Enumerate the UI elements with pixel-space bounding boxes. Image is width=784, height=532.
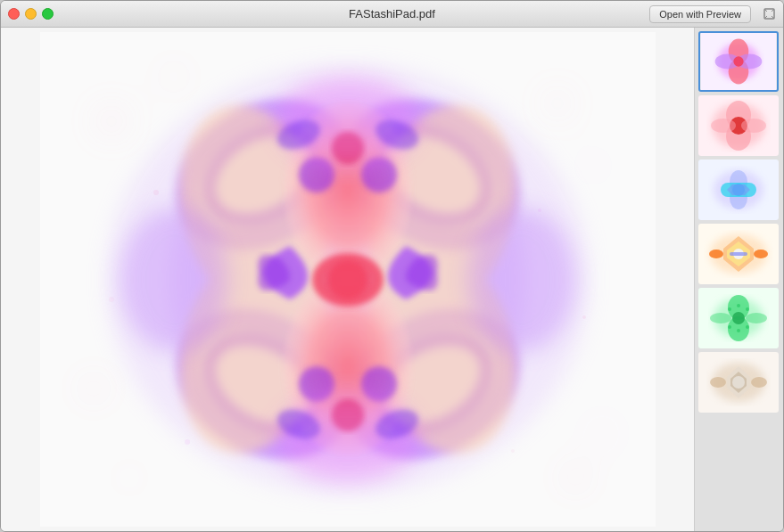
svg-point-6	[85, 380, 103, 397]
svg-point-45	[582, 315, 586, 319]
svg-point-8	[124, 472, 135, 483]
svg-point-88	[737, 329, 740, 332]
svg-point-85	[737, 304, 740, 307]
close-button[interactable]	[8, 8, 20, 20]
svg-point-7	[595, 426, 609, 440]
svg-point-46	[185, 439, 190, 445]
main-image	[40, 32, 656, 527]
svg-point-89	[746, 325, 749, 329]
svg-point-84	[728, 307, 731, 311]
thumbnail-5[interactable]	[698, 288, 779, 348]
svg-point-81	[732, 312, 745, 324]
svg-point-42	[153, 190, 159, 195]
application-window: FAStashiPad.pdf Open with Preview	[0, 0, 784, 532]
maximize-button[interactable]	[42, 8, 54, 20]
svg-point-47	[511, 449, 515, 453]
svg-point-75	[754, 250, 768, 258]
svg-point-4	[547, 93, 568, 114]
svg-point-61	[741, 119, 766, 133]
svg-point-33	[328, 260, 367, 299]
thumbnail-2[interactable]	[698, 95, 779, 156]
svg-point-87	[728, 325, 731, 329]
main-preview-area	[1, 28, 694, 531]
minimize-button[interactable]	[25, 8, 37, 20]
svg-point-95	[710, 377, 726, 388]
svg-point-43	[538, 209, 541, 212]
svg-point-74	[709, 250, 723, 258]
thumbnail-sidebar	[694, 28, 783, 531]
svg-point-44	[109, 297, 114, 302]
svg-point-3	[167, 70, 181, 84]
svg-point-35	[468, 209, 575, 351]
thumbnail-3[interactable]	[698, 160, 779, 220]
content-area	[1, 28, 783, 531]
svg-point-82	[710, 313, 731, 323]
svg-point-5	[588, 160, 598, 171]
svg-point-60	[711, 119, 736, 133]
svg-point-54	[733, 56, 743, 66]
titlebar: FAStashiPad.pdf Open with Preview	[1, 1, 783, 28]
svg-point-94	[732, 376, 745, 389]
svg-point-2	[98, 108, 125, 135]
svg-point-86	[746, 307, 749, 311]
thumbnail-6[interactable]	[698, 352, 779, 413]
open-with-preview-button[interactable]: Open with Preview	[649, 5, 751, 23]
thumbnail-4[interactable]	[698, 224, 779, 284]
svg-point-96	[751, 377, 767, 388]
window-title: FAStashiPad.pdf	[349, 7, 435, 20]
svg-rect-76	[730, 252, 747, 256]
fullscreen-button[interactable]	[762, 7, 776, 21]
thumbnail-1[interactable]	[698, 31, 779, 92]
window-controls	[8, 8, 54, 20]
svg-point-83	[746, 313, 767, 323]
svg-point-9	[566, 469, 584, 487]
svg-point-34	[120, 209, 227, 351]
